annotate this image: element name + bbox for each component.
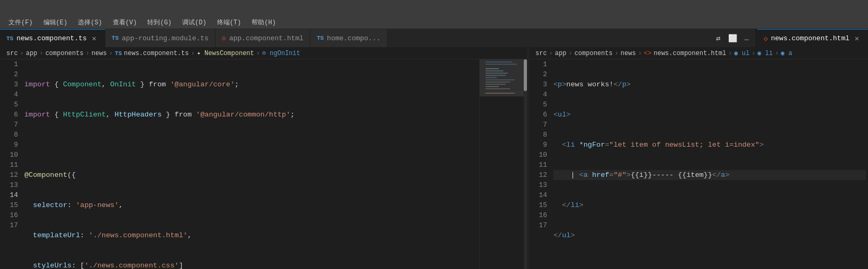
- split-editor-button[interactable]: ⇄: [714, 33, 722, 44]
- code-line-2: import { HttpClient, HttpHeaders } from …: [24, 110, 477, 120]
- menu-bar: 文件(F)编辑(E)选择(S)查看(V)转到(G)调试(D)终端(T)帮助(H): [0, 16, 868, 29]
- more-actions-button[interactable]: …: [742, 33, 751, 43]
- tab-lang-ts2: TS: [112, 35, 119, 41]
- menu-item-f[interactable]: 文件(F): [4, 17, 37, 28]
- right-editor-pane: src › app › components › news › <> news.…: [529, 48, 868, 269]
- left-editor-pane: src › app › components › news › TS news.…: [0, 48, 527, 269]
- html-line-7: [553, 261, 866, 269]
- menu-item-d[interactable]: 调试(D): [178, 17, 211, 28]
- tab-actions: ⇄ ⬜ …: [710, 29, 755, 47]
- editor-layout-button[interactable]: ⬜: [726, 33, 739, 44]
- menu-item-h[interactable]: 帮助(H): [247, 17, 280, 28]
- tab-lang-ts3: TS: [317, 35, 324, 41]
- menu-item-v[interactable]: 查看(V): [109, 17, 141, 28]
- tab-news-html[interactable]: ◇ news.component.html ✕: [757, 29, 868, 47]
- menu-item-e[interactable]: 编辑(E): [39, 17, 72, 28]
- tab-lang-ts: TS: [6, 35, 13, 42]
- breadcrumb-left: src › app › components › news › TS news.…: [0, 48, 527, 59]
- tab-label-home: home.compo...: [327, 34, 380, 42]
- tab-bar: TS news.component.ts ✕ TS app-routing.mo…: [0, 29, 868, 48]
- tab-app-html[interactable]: ◇ app.component.html: [216, 29, 310, 47]
- tab-news-ts[interactable]: TS news.component.ts ✕: [0, 29, 105, 47]
- tab-icon-html2: ◇: [764, 34, 768, 43]
- html-line-2: <ul>: [553, 110, 866, 120]
- title-bar: [0, 0, 868, 16]
- scrollbar-thumb[interactable]: [524, 59, 527, 91]
- html-line-1: <p>news works!</p>: [553, 79, 866, 89]
- html-line-4: | <a href="#">{{i}}----- {{item}}</a>: [553, 170, 866, 180]
- code-line-1: import { Component, OnInit } from '@angu…: [24, 79, 477, 89]
- scrollbar-track[interactable]: [524, 59, 527, 269]
- line-numbers-right: 1 2 3 4 5 6 7 8 9 10 11 12 13 14 15 16 1…: [529, 59, 551, 269]
- html-line-6: </ul>: [553, 230, 866, 240]
- minimap: [479, 59, 527, 269]
- code-line-6: templateUrl: './news.component.html',: [24, 230, 477, 240]
- code-content-right[interactable]: <p>news works!</p> <ul> <li *ngFor="let …: [551, 59, 868, 269]
- breadcrumb-right: src › app › components › news › <> news.…: [529, 48, 868, 59]
- line-numbers-left: 1 2 3 4 5 6 7 8 9 10 11 12 13 14 15 16 1…: [0, 59, 22, 269]
- tab-label-routing: app-routing.module.ts: [122, 34, 209, 42]
- tab-home[interactable]: TS home.compo...: [310, 29, 388, 47]
- code-line-4: @Component({: [24, 170, 477, 180]
- tab-routing[interactable]: TS app-routing.module.ts: [105, 29, 216, 47]
- minimap-slider[interactable]: [480, 59, 527, 96]
- tab-label-app-html: app.component.html: [229, 34, 303, 42]
- close-icon-html[interactable]: ✕: [853, 34, 861, 43]
- tab-label-news-html: news.component.html: [771, 34, 849, 42]
- tab-label-news-ts: news.component.ts: [16, 34, 87, 42]
- code-line-5: selector: 'app-news',: [24, 200, 477, 210]
- code-area-left[interactable]: 1 2 3 4 5 6 7 8 9 10 11 12 13 14 15 16 1…: [0, 59, 527, 269]
- menu-item-g[interactable]: 转到(G): [143, 17, 176, 28]
- menu-item-t[interactable]: 终端(T): [213, 17, 246, 28]
- menu-item-s[interactable]: 选择(S): [74, 17, 106, 28]
- code-line-3: [24, 140, 477, 150]
- code-line-7: styleUrls: ['./news.component.css']: [24, 261, 477, 269]
- html-line-3: <li *ngFor="let item of newsList; let i=…: [553, 140, 866, 150]
- html-line-5: </li>: [553, 200, 866, 210]
- code-area-right[interactable]: 1 2 3 4 5 6 7 8 9 10 11 12 13 14 15 16 1…: [529, 59, 868, 269]
- code-content-left[interactable]: import { Component, OnInit } from '@angu…: [22, 59, 479, 269]
- main-content: src › app › components › news › TS news.…: [0, 48, 868, 269]
- close-icon[interactable]: ✕: [90, 34, 99, 43]
- tab-icon-html: ◇: [222, 34, 226, 42]
